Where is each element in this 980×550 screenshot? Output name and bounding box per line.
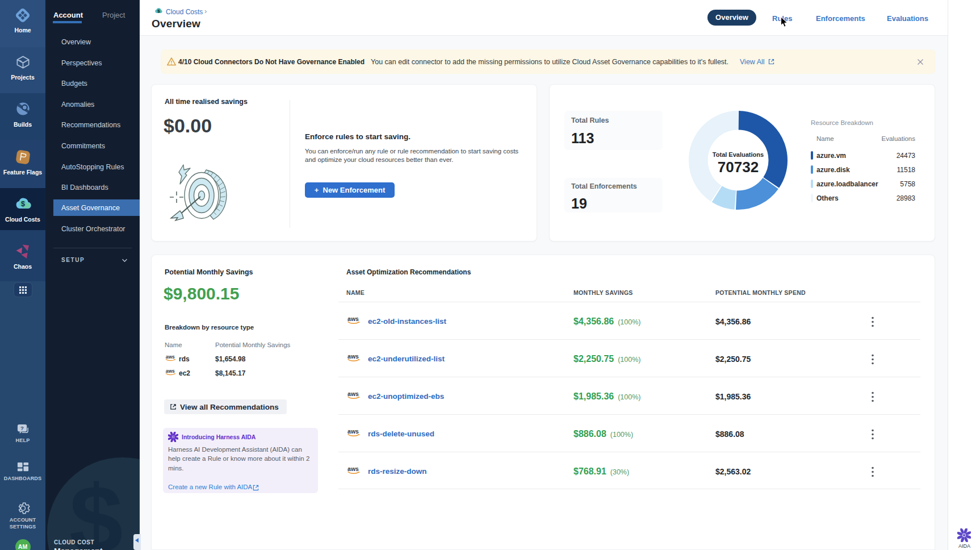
svg-text:aws: aws — [347, 315, 359, 322]
svg-text:$: $ — [157, 9, 160, 14]
svg-text:aws: aws — [166, 368, 175, 374]
svg-text:aws: aws — [347, 465, 359, 472]
svg-text:$: $ — [21, 200, 25, 208]
svg-text:aws: aws — [347, 353, 359, 360]
svg-text:aws: aws — [166, 354, 175, 360]
svg-text:aws: aws — [347, 428, 359, 435]
svg-text:aws: aws — [347, 390, 359, 397]
svg-text:?: ? — [20, 425, 24, 431]
